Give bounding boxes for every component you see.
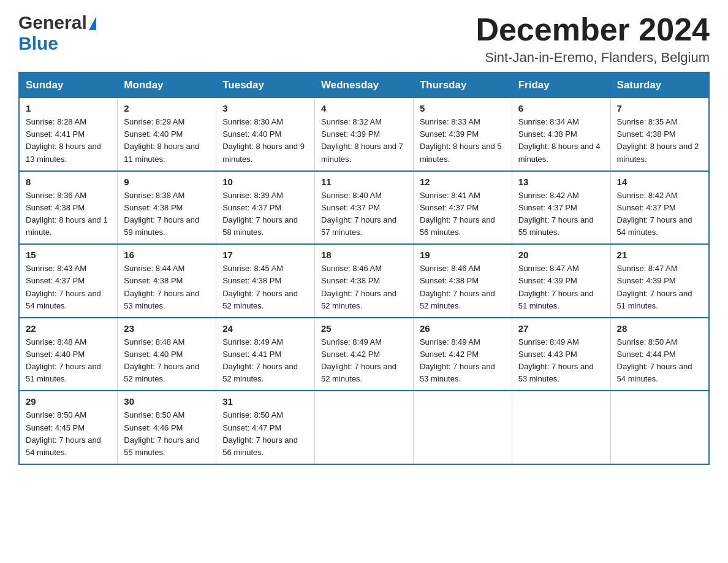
day-cell-28: 28Sunrise: 8:50 AMSunset: 4:44 PMDayligh… [610,318,709,391]
day-info: Sunrise: 8:41 AMSunset: 4:37 PMDaylight:… [420,190,506,239]
day-number: 28 [617,323,702,334]
day-cell-3: 3Sunrise: 8:30 AMSunset: 4:40 PMDaylight… [216,98,315,171]
day-cell-1: 1Sunrise: 8:28 AMSunset: 4:41 PMDaylight… [19,98,118,171]
day-number: 16 [124,250,210,260]
day-info: Sunrise: 8:47 AMSunset: 4:39 PMDaylight:… [617,262,702,312]
day-number: 30 [124,396,210,407]
day-cell-5: 5Sunrise: 8:33 AMSunset: 4:39 PMDaylight… [413,98,512,171]
day-number: 20 [518,250,604,260]
day-info: Sunrise: 8:49 AMSunset: 4:42 PMDaylight:… [321,336,407,386]
day-cell-10: 10Sunrise: 8:39 AMSunset: 4:37 PMDayligh… [216,171,315,245]
logo-general-text: General [18,12,87,33]
day-header-wednesday: Wednesday [315,72,414,98]
calendar-title: December 2024 [476,12,710,47]
week-row-2: 8Sunrise: 8:36 AMSunset: 4:38 PMDaylight… [19,171,709,245]
day-info: Sunrise: 8:40 AMSunset: 4:37 PMDaylight:… [321,190,407,239]
day-cell-17: 17Sunrise: 8:45 AMSunset: 4:38 PMDayligh… [216,244,315,318]
day-number: 24 [222,323,308,334]
week-row-4: 22Sunrise: 8:48 AMSunset: 4:40 PMDayligh… [19,318,709,391]
day-cell-24: 24Sunrise: 8:49 AMSunset: 4:41 PMDayligh… [216,318,315,391]
day-cell-21: 21Sunrise: 8:47 AMSunset: 4:39 PMDayligh… [610,244,709,318]
day-info: Sunrise: 8:48 AMSunset: 4:40 PMDaylight:… [26,336,111,386]
week-row-1: 1Sunrise: 8:28 AMSunset: 4:41 PMDaylight… [19,98,709,171]
empty-cell [610,391,709,464]
day-info: Sunrise: 8:38 AMSunset: 4:38 PMDaylight:… [124,190,210,239]
day-cell-4: 4Sunrise: 8:32 AMSunset: 4:39 PMDaylight… [315,98,414,171]
day-number: 18 [321,250,407,260]
empty-cell [413,391,512,464]
day-info: Sunrise: 8:50 AMSunset: 4:44 PMDaylight:… [617,336,702,386]
day-header-friday: Friday [512,72,610,98]
logo-arrow-icon [89,17,96,30]
day-info: Sunrise: 8:49 AMSunset: 4:43 PMDaylight:… [518,336,604,386]
week-row-3: 15Sunrise: 8:43 AMSunset: 4:37 PMDayligh… [19,244,709,318]
day-number: 25 [321,323,407,334]
day-cell-9: 9Sunrise: 8:38 AMSunset: 4:38 PMDaylight… [118,171,216,245]
day-info: Sunrise: 8:39 AMSunset: 4:37 PMDaylight:… [222,190,308,239]
day-number: 10 [222,177,308,187]
day-cell-27: 27Sunrise: 8:49 AMSunset: 4:43 PMDayligh… [512,318,610,391]
day-number: 15 [26,250,111,260]
day-cell-12: 12Sunrise: 8:41 AMSunset: 4:37 PMDayligh… [413,171,512,245]
empty-cell [315,391,414,464]
day-number: 11 [321,177,407,187]
day-number: 17 [222,250,308,260]
day-number: 31 [222,396,308,407]
day-cell-8: 8Sunrise: 8:36 AMSunset: 4:38 PMDaylight… [19,171,118,245]
day-number: 3 [222,103,308,113]
day-header-tuesday: Tuesday [216,72,315,98]
day-cell-26: 26Sunrise: 8:49 AMSunset: 4:42 PMDayligh… [413,318,512,391]
calendar-subtitle: Sint-Jan-in-Eremo, Flanders, Belgium [476,50,710,66]
day-number: 27 [518,323,604,334]
day-info: Sunrise: 8:34 AMSunset: 4:38 PMDaylight:… [518,116,604,166]
day-number: 12 [420,177,506,187]
day-info: Sunrise: 8:28 AMSunset: 4:41 PMDaylight:… [26,116,111,166]
day-cell-2: 2Sunrise: 8:29 AMSunset: 4:40 PMDaylight… [118,98,216,171]
day-info: Sunrise: 8:43 AMSunset: 4:37 PMDaylight:… [26,262,111,312]
day-info: Sunrise: 8:46 AMSunset: 4:38 PMDaylight:… [420,262,506,312]
day-info: Sunrise: 8:42 AMSunset: 4:37 PMDaylight:… [617,190,702,239]
day-info: Sunrise: 8:50 AMSunset: 4:46 PMDaylight:… [124,409,210,459]
day-cell-11: 11Sunrise: 8:40 AMSunset: 4:37 PMDayligh… [315,171,414,245]
day-header-monday: Monday [118,72,216,98]
week-row-5: 29Sunrise: 8:50 AMSunset: 4:45 PMDayligh… [19,391,709,464]
day-info: Sunrise: 8:48 AMSunset: 4:40 PMDaylight:… [124,336,210,386]
day-info: Sunrise: 8:45 AMSunset: 4:38 PMDaylight:… [222,262,308,312]
day-info: Sunrise: 8:36 AMSunset: 4:38 PMDaylight:… [26,190,111,239]
day-cell-22: 22Sunrise: 8:48 AMSunset: 4:40 PMDayligh… [19,318,118,391]
day-info: Sunrise: 8:33 AMSunset: 4:39 PMDaylight:… [420,116,506,166]
day-info: Sunrise: 8:42 AMSunset: 4:37 PMDaylight:… [518,190,604,239]
day-number: 21 [617,250,702,260]
day-number: 8 [26,177,111,187]
day-cell-7: 7Sunrise: 8:35 AMSunset: 4:38 PMDaylight… [610,98,709,171]
day-number: 5 [420,103,506,113]
day-cell-31: 31Sunrise: 8:50 AMSunset: 4:47 PMDayligh… [216,391,315,464]
day-info: Sunrise: 8:46 AMSunset: 4:38 PMDaylight:… [321,262,407,312]
day-cell-30: 30Sunrise: 8:50 AMSunset: 4:46 PMDayligh… [118,391,216,464]
page-header: General Blue December 2024 Sint-Jan-in-E… [18,12,710,66]
day-number: 4 [321,103,407,113]
day-info: Sunrise: 8:47 AMSunset: 4:39 PMDaylight:… [518,262,604,312]
day-number: 22 [26,323,111,334]
day-info: Sunrise: 8:44 AMSunset: 4:38 PMDaylight:… [124,262,210,312]
day-info: Sunrise: 8:50 AMSunset: 4:45 PMDaylight:… [26,409,111,459]
day-number: 26 [420,323,506,334]
day-number: 9 [124,177,210,187]
title-block: December 2024 Sint-Jan-in-Eremo, Flander… [476,12,710,66]
calendar-table: SundayMondayTuesdayWednesdayThursdayFrid… [18,72,710,465]
logo-blue-text: Blue [18,33,58,53]
day-info: Sunrise: 8:29 AMSunset: 4:40 PMDaylight:… [124,116,210,166]
day-info: Sunrise: 8:49 AMSunset: 4:42 PMDaylight:… [420,336,506,386]
day-number: 1 [26,103,111,113]
day-cell-15: 15Sunrise: 8:43 AMSunset: 4:37 PMDayligh… [19,244,118,318]
day-cell-14: 14Sunrise: 8:42 AMSunset: 4:37 PMDayligh… [610,171,709,245]
day-number: 7 [617,103,702,113]
day-info: Sunrise: 8:30 AMSunset: 4:40 PMDaylight:… [222,116,308,166]
day-cell-13: 13Sunrise: 8:42 AMSunset: 4:37 PMDayligh… [512,171,610,245]
day-cell-18: 18Sunrise: 8:46 AMSunset: 4:38 PMDayligh… [315,244,414,318]
day-info: Sunrise: 8:32 AMSunset: 4:39 PMDaylight:… [321,116,407,166]
day-number: 29 [26,396,111,407]
day-cell-20: 20Sunrise: 8:47 AMSunset: 4:39 PMDayligh… [512,244,610,318]
day-cell-25: 25Sunrise: 8:49 AMSunset: 4:42 PMDayligh… [315,318,414,391]
day-number: 2 [124,103,210,113]
